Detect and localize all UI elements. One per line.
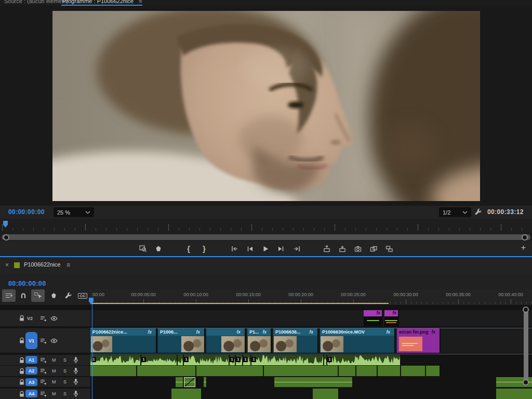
video-clip[interactable]: P1006630nice.MOVfx: [320, 328, 395, 353]
mute-button[interactable]: M: [52, 368, 56, 374]
multi-camera-button[interactable]: [384, 244, 394, 254]
track-lane-a1[interactable]: 1 1 1 1 1 1 1 1: [90, 355, 532, 365]
export-frame-button[interactable]: [353, 244, 363, 254]
comparison-view-button[interactable]: [369, 244, 378, 254]
image-clip[interactable]: ecran fin.pngfx: [397, 328, 441, 353]
scrollbar-track[interactable]: [2, 234, 530, 240]
track-lane-a4[interactable]: [90, 389, 532, 399]
audio-clip[interactable]: [274, 377, 353, 387]
tab-source-monitor[interactable]: Source : (aucun élément): [4, 0, 69, 4]
timeline-menu-icon[interactable]: ≡: [66, 261, 70, 269]
audio-clip[interactable]: [313, 389, 339, 399]
voiceover-mic-icon[interactable]: [73, 378, 79, 385]
timeline-current-timecode[interactable]: 00:00:00:00: [8, 280, 46, 287]
scrollbar-track[interactable]: [524, 311, 528, 381]
track-target-a4[interactable]: A4: [25, 390, 37, 397]
extract-button[interactable]: [338, 244, 347, 254]
timeline-playhead-line[interactable]: [92, 304, 92, 399]
solo-button[interactable]: S: [63, 368, 66, 374]
audio-clip[interactable]: [90, 366, 441, 376]
track-lock-icon[interactable]: [19, 379, 25, 385]
mark-out-button[interactable]: }: [200, 244, 209, 254]
graphics-clip[interactable]: fx: [384, 310, 399, 326]
track-lock-icon[interactable]: [19, 391, 25, 397]
program-mini-ruler[interactable]: [0, 219, 532, 233]
track-lock-icon[interactable]: [19, 315, 25, 322]
track-lock-icon[interactable]: [19, 337, 25, 344]
captions-button[interactable]: CC: [76, 289, 89, 302]
go-to-in-button[interactable]: [230, 244, 239, 254]
add-marker-button[interactable]: [154, 244, 163, 254]
sync-lock-icon[interactable]: [39, 379, 47, 385]
sync-lock-icon[interactable]: [39, 357, 47, 363]
add-marker-button[interactable]: [47, 289, 60, 302]
voiceover-mic-icon[interactable]: [73, 367, 79, 375]
track-lock-icon[interactable]: [19, 368, 25, 375]
scrollbar-bottom-handle[interactable]: [523, 379, 529, 385]
panel-menu-icon[interactable]: ≡: [139, 0, 142, 4]
track-lane-v1[interactable]: P1006622nice...fx P1006...fx fx P1...fx …: [90, 328, 532, 353]
track-target-a3[interactable]: A3: [25, 378, 37, 386]
button-editor-plus[interactable]: +: [521, 243, 526, 252]
mute-button[interactable]: M: [52, 357, 56, 363]
track-lane-a2[interactable]: [90, 366, 532, 376]
graphics-clip[interactable]: fx: [364, 310, 383, 326]
zoom-level-select[interactable]: 25 %: [54, 207, 94, 217]
scrollbar-left-handle[interactable]: [3, 234, 9, 241]
linked-selection-button[interactable]: [31, 289, 45, 302]
track-target-v2[interactable]: V2: [27, 316, 33, 321]
mark-in-button[interactable]: {: [184, 244, 193, 254]
step-forward-button[interactable]: [276, 244, 286, 254]
work-area-bar[interactable]: [90, 303, 389, 304]
match-frame-button[interactable]: [138, 244, 148, 254]
track-lane-a3[interactable]: [90, 377, 532, 387]
track-output-eye-icon[interactable]: [50, 338, 58, 344]
solo-button[interactable]: S: [63, 357, 66, 363]
video-clip[interactable]: P1...fx: [247, 328, 272, 353]
track-output-eye-icon[interactable]: [50, 315, 58, 322]
nest-toggle-button[interactable]: [2, 289, 16, 302]
program-zoom-scrollbar[interactable]: [0, 233, 532, 241]
audio-clip[interactable]: [204, 377, 207, 387]
audio-clip-selected[interactable]: [184, 377, 195, 387]
voiceover-mic-icon[interactable]: [73, 390, 79, 397]
monitor-settings-wrench-icon[interactable]: [474, 208, 482, 216]
play-button[interactable]: [261, 244, 270, 254]
audio-clip[interactable]: [176, 377, 184, 387]
tab-program-monitor[interactable]: Programme : P1006622nice≡: [62, 0, 142, 4]
program-current-timecode[interactable]: 00:00:00:00: [8, 208, 45, 216]
sync-lock-icon[interactable]: [39, 338, 47, 344]
sequence-tab[interactable]: P1006622nice: [24, 261, 60, 268]
sync-lock-icon[interactable]: [39, 315, 47, 322]
timeline-time-ruler[interactable]: :00:00 00:00:05:00 00:00:10:00 00:00:15:…: [90, 289, 532, 305]
timeline-settings-wrench-icon[interactable]: [61, 289, 75, 302]
solo-button[interactable]: S: [63, 391, 66, 396]
sync-lock-icon[interactable]: [39, 368, 47, 374]
mute-button[interactable]: M: [52, 379, 56, 384]
scrollbar-top-handle[interactable]: [523, 307, 529, 313]
video-clip[interactable]: P1006622nice...fx: [90, 328, 157, 353]
playback-resolution-select[interactable]: 1/2: [439, 207, 471, 217]
scrollbar-right-handle[interactable]: [522, 234, 528, 241]
audio-clip-waveform[interactable]: 1 1 1 1 1 1 1 1: [90, 355, 400, 365]
solo-button[interactable]: S: [63, 379, 66, 384]
track-lane-v2[interactable]: fx fx: [90, 310, 532, 326]
video-clip[interactable]: P1006...fx: [158, 328, 205, 353]
voiceover-mic-icon[interactable]: [73, 356, 79, 364]
timeline-vertical-scrollbar[interactable]: [522, 307, 530, 399]
video-clip[interactable]: P1006636...fx: [273, 328, 318, 353]
track-lock-icon[interactable]: [19, 357, 25, 364]
track-target-v1[interactable]: V1: [25, 332, 37, 349]
track-target-a1[interactable]: A1: [25, 356, 37, 364]
audio-clip[interactable]: [171, 389, 202, 399]
snap-magnet-button[interactable]: [17, 289, 30, 302]
sync-lock-icon[interactable]: [39, 391, 47, 397]
track-target-a2[interactable]: A2: [25, 367, 37, 375]
close-tab-icon[interactable]: ×: [5, 261, 9, 269]
video-clip[interactable]: fx: [206, 328, 246, 353]
clip-thumbnail: [91, 336, 112, 352]
lift-button[interactable]: [322, 244, 331, 254]
go-to-out-button[interactable]: [292, 244, 301, 254]
mute-button[interactable]: M: [52, 391, 56, 396]
step-back-button[interactable]: [245, 244, 255, 254]
